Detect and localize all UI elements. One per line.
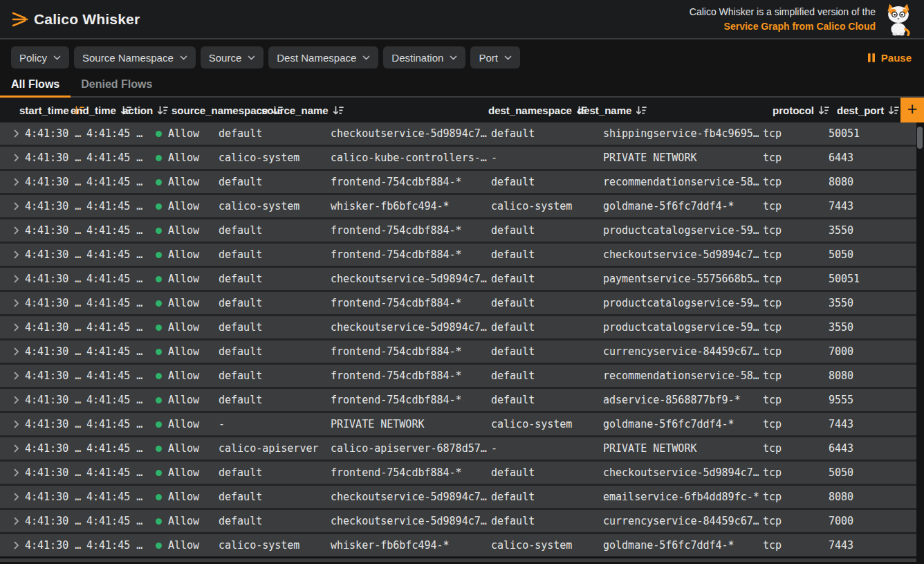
table-row[interactable]: 4:41:30 …4:41:45 …Allowdefaultfrontend-7… [0,365,916,387]
cell-source-name: PRIVATE NETWORK [326,418,487,430]
row-expand-button[interactable] [0,469,21,477]
filter-dropdown-port[interactable]: Port [470,46,520,69]
row-expand-button[interactable] [0,251,21,259]
expand-chevron-icon [14,202,19,210]
table-row[interactable]: 4:41:30 …4:41:45 …Allowdefaultfrontend-7… [0,462,916,484]
row-expand-button[interactable] [0,396,21,404]
cell-dest-namespace: default [487,273,599,285]
column-header-dest_port[interactable]: dest_port [837,98,899,122]
cell-end-time: 4:41:45 … [82,297,151,309]
filter-label: Source [209,52,242,64]
table-row[interactable]: 4:41:30 …4:41:45 …Allowdefaultcheckoutse… [0,486,916,508]
cell-source-name: frontend-754cdbf884-* [326,370,487,382]
add-column-button[interactable]: + [900,98,924,122]
cell-action: Allow [151,273,214,285]
row-expand-button[interactable] [0,226,21,235]
row-expand-button[interactable] [0,323,21,331]
service-graph-link[interactable]: Service Graph from Calico Cloud [690,19,876,34]
cell-dest-name: recommendationservice-58… [599,176,759,188]
sort-icon [818,106,829,115]
expand-chevron-icon [14,420,19,428]
tab-denied-flows[interactable]: Denied Flows [81,75,152,96]
expand-chevron-icon [14,154,19,162]
column-header-protocol[interactable]: protocol [773,98,829,122]
table-row[interactable]: 4:41:30 …4:41:45 …Allowcalico-apiserverc… [0,437,916,460]
cell-end-time: 4:41:45 … [82,200,151,212]
table-row[interactable]: 4:41:30 …4:41:45 …Allowcalico-systemwhis… [0,534,916,556]
tab-all-flows[interactable]: All Flows [11,75,59,96]
allow-status-dot-icon [156,325,162,331]
row-expand-button[interactable] [0,129,21,138]
cell-start-time: 4:41:30 … [21,224,82,237]
filter-dropdown-source-namespace[interactable]: Source Namespace [74,46,196,69]
expand-chevron-icon [14,299,19,307]
table-row[interactable]: 4:41:30 …4:41:45 …Allowcalico-systemcali… [0,147,916,169]
table-row[interactable]: 4:41:30 …4:41:45 …Allowdefaultfrontend-7… [0,171,916,193]
cell-dest-port: 8080 [824,370,916,382]
filter-dropdown-destination[interactable]: Destination [383,46,465,69]
row-expand-button[interactable] [0,372,21,380]
table-row[interactable]: 4:41:30 …4:41:45 …Allowdefaultfrontend-7… [0,219,916,242]
table-row[interactable]: 4:41:30 …4:41:45 …Allowcalico-systemwhis… [0,195,916,217]
cell-dest-port: 7443 [824,418,916,430]
cell-source-name: calico-apiserver-6878d57… [326,442,487,455]
app-title: Calico Whisker [34,11,140,28]
cell-source-name: checkoutservice-5d9894c7… [326,515,487,527]
cell-source-namespace: default [214,370,326,382]
cell-dest-port: 9555 [824,394,916,406]
cell-dest-port: 7443 [824,539,916,552]
cell-dest-name: currencyservice-84459c67… [599,345,759,358]
cell-end-time: 4:41:45 … [82,539,151,552]
vertical-scrollbar-thumb[interactable] [917,127,923,149]
row-expand-button[interactable] [0,275,21,283]
sort-icon [888,106,899,115]
expand-chevron-icon [14,251,19,259]
cell-start-time: 4:41:30 … [21,127,82,140]
cell-source-namespace: default [214,248,326,261]
column-header-source_name[interactable]: source_name [261,98,344,122]
cell-action: Allow [151,394,214,406]
pause-button[interactable]: Pause [866,52,913,64]
filter-dropdown-policy[interactable]: Policy [11,46,69,69]
cell-dest-name: PRIVATE NETWORK [599,152,759,164]
row-expand-button[interactable] [0,541,21,549]
table-row[interactable]: 4:41:30 …4:41:45 …Allowdefaultfrontend-7… [0,340,916,363]
allow-status-dot-icon [156,470,162,476]
cell-dest-namespace: - [487,442,599,455]
column-header-action[interactable]: action [122,98,168,122]
table-row[interactable]: 4:41:30 …4:41:45 …Allowdefaultcheckoutse… [0,122,916,145]
cell-dest-port: 6443 [824,152,916,164]
action-label: Allow [168,539,199,552]
row-expand-button[interactable] [0,299,21,307]
table-row[interactable]: 4:41:30 …4:41:45 …Allowdefaultcheckoutse… [0,268,916,290]
row-expand-button[interactable] [0,420,21,428]
row-expand-button[interactable] [0,347,21,356]
filter-dropdown-dest-namespace[interactable]: Dest Namespace [268,46,378,69]
table-row[interactable]: 4:41:30 …4:41:45 …Allowdefaultcheckoutse… [0,316,916,338]
cell-action: Allow [151,491,214,503]
row-expand-button[interactable] [0,493,21,501]
table-row[interactable]: 4:41:30 …4:41:45 …Allowdefaultfrontend-7… [0,244,916,266]
cell-protocol: tcp [759,370,824,382]
cell-dest-namespace: - [487,152,599,164]
row-expand-button[interactable] [0,178,21,186]
column-header-label: dest_name [578,104,631,116]
cell-protocol: tcp [759,127,824,140]
row-expand-button[interactable] [0,154,21,162]
allow-status-dot-icon [156,276,162,282]
column-header-dest_namespace[interactable]: dest_namespace [488,98,587,122]
expand-chevron-icon [14,517,19,525]
table-row[interactable]: 4:41:30 …4:41:45 …Allow-PRIVATE NETWORKc… [0,413,916,435]
cell-source-namespace: - [214,418,326,430]
filter-dropdown-source[interactable]: Source [201,46,264,69]
row-expand-button[interactable] [0,444,21,453]
table-row[interactable]: 4:41:30 …4:41:45 …Allowdefaultfrontend-7… [0,389,916,411]
table-row[interactable]: 4:41:30 …4:41:45 …Allowdefaultcheckoutse… [0,510,916,532]
table-row[interactable]: 4:41:30 …4:41:45 …Allowdefaultfrontend-7… [0,292,916,314]
row-expand-button[interactable] [0,202,21,210]
expand-chevron-icon [14,275,19,283]
cell-source-name: frontend-754cdbf884-* [326,224,487,237]
column-header-dest_name[interactable]: dest_name [578,98,647,122]
row-expand-button[interactable] [0,517,21,525]
column-header-label: end_time [71,104,116,116]
